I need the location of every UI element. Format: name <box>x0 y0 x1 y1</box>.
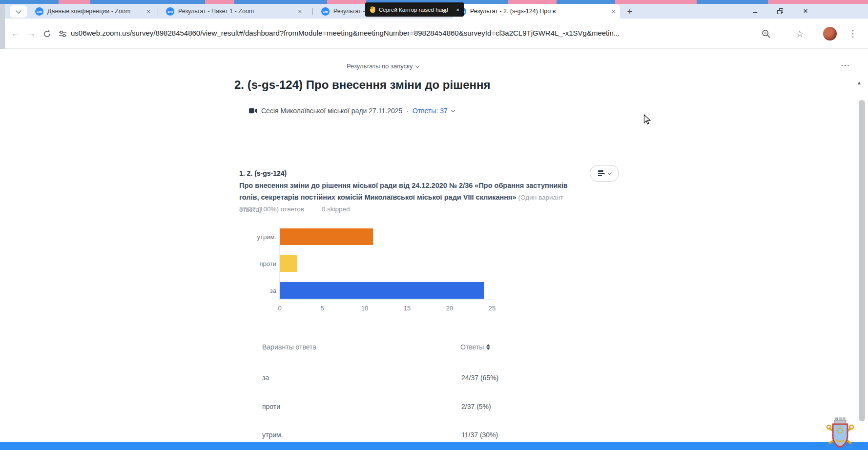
bar-category-label: за <box>234 287 276 294</box>
tab-separator <box>158 8 158 15</box>
chevron-down-icon[interactable] <box>451 108 455 112</box>
x-axis-line <box>280 299 493 300</box>
bottom-blue-bar <box>0 442 868 450</box>
magnifier-minus-icon <box>762 29 771 39</box>
x-tick-label: 15 <box>404 305 411 312</box>
zoom-favicon: zm <box>166 7 174 16</box>
option-value: 2/37 (5%) <box>461 403 491 410</box>
video-camera-icon <box>249 108 257 114</box>
results-by-run-dropdown[interactable]: Результаты по запуску <box>347 62 419 70</box>
x-tick-label: 0 <box>278 305 281 312</box>
zoom-out-page-icon[interactable] <box>758 25 774 42</box>
results-bar-chart: утрим. проти за 0510152025 <box>234 225 508 322</box>
results-by-run-label: Результаты по запуску <box>347 62 413 70</box>
table-row: утрим. 11/37 (30%) <box>262 431 536 439</box>
option-label: за <box>262 374 269 382</box>
separator-dot: · <box>406 107 409 115</box>
x-tick-label: 25 <box>489 305 496 312</box>
tab-title: Результат - Пакет 1 - Zoom <box>178 8 254 15</box>
bar <box>280 255 297 272</box>
meeting-name: Сесія Миколаївської міської ради 27.11.2… <box>261 107 402 115</box>
address-bar[interactable]: us06web.zoom.us/survey/89828454860/view_… <box>71 29 749 37</box>
tab-title: Результат - 2. (s-gs-124) Про в <box>470 8 556 15</box>
tab-separator <box>312 8 313 15</box>
zoom-favicon: zm <box>35 7 43 16</box>
site-settings-icon[interactable] <box>54 25 71 42</box>
tab-conference-data[interactable]: zm Данные конференции - Zoom × <box>30 4 155 19</box>
tab-search-button[interactable] <box>10 5 27 18</box>
close-icon[interactable]: × <box>442 8 446 15</box>
close-icon[interactable]: × <box>298 8 302 15</box>
tab-result-packet1[interactable]: zm Результат - Пакет 1 - Zoom × <box>161 4 307 19</box>
new-tab-button[interactable]: + <box>623 5 637 19</box>
page-more-options-icon[interactable]: ⋯ <box>841 60 850 71</box>
mykolaiv-coat-of-arms <box>825 417 855 450</box>
window-close-button[interactable]: × <box>798 4 813 19</box>
bar-row: за <box>234 282 508 299</box>
bar <box>280 228 373 245</box>
notification-text: Сергей Кантор raised hand <box>379 7 448 13</box>
back-button[interactable]: ← <box>7 25 24 42</box>
window-minimize-button[interactable]: – <box>748 4 763 19</box>
scrollbar-thumb[interactable] <box>859 100 865 421</box>
chart-type-dropdown-button[interactable] <box>590 165 619 182</box>
x-tick-label: 5 <box>320 305 324 312</box>
close-icon[interactable]: × <box>611 8 615 15</box>
reload-icon <box>43 30 51 38</box>
mouse-cursor <box>643 114 652 125</box>
question-number: 1. 2. (s-gs-124) <box>239 169 287 177</box>
option-label: проти <box>262 403 280 410</box>
answers-count-link[interactable]: Ответы: 37 <box>413 107 448 115</box>
scroll-up-icon[interactable]: ▲ <box>857 80 862 85</box>
screen: zm Данные конференции - Zoom × zm Резуль… <box>0 0 868 450</box>
bar-category-label: проти <box>234 260 276 267</box>
tab-title: Данные конференции - Zoom <box>47 8 130 15</box>
meeting-row: Сесія Миколаївської міської ради 27.11.2… <box>249 107 455 115</box>
table-row: проти 2/37 (5%) <box>262 403 536 410</box>
zoom-favicon: zm <box>321 7 330 16</box>
tab-result-sgs124-active[interactable]: zm Результат - 2. (s-gs-124) Про в × <box>453 4 620 19</box>
profile-avatar[interactable] <box>823 27 837 41</box>
x-tick-label: 10 <box>361 305 368 312</box>
bar-category-label: утрим. <box>234 233 276 241</box>
question-stats: 37/37 (100%) ответов 0 skipped <box>239 205 350 213</box>
bar-row: утрим. <box>234 228 508 245</box>
table-row: за 24/37 (65%) <box>262 374 536 382</box>
chevron-down-icon <box>607 171 611 175</box>
window-left-edge <box>0 4 5 49</box>
sort-icon <box>486 344 490 350</box>
bar-chart-icon <box>598 170 605 176</box>
skipped-count: 0 skipped <box>322 205 350 213</box>
window-restore-button[interactable] <box>773 4 787 19</box>
page-title: 2. (s-gs-124) Про внесення зміни до ріше… <box>234 78 491 92</box>
bar <box>280 282 484 299</box>
table-header-answers-label: Ответы <box>460 343 484 351</box>
reload-button[interactable] <box>39 25 55 42</box>
option-value: 24/37 (65%) <box>461 374 498 382</box>
table-header-answers-sort[interactable]: Ответы <box>460 343 490 351</box>
chevron-down-icon <box>16 8 21 13</box>
option-value: 11/37 (30%) <box>461 431 498 439</box>
answered-count: 37/37 (100%) ответов <box>239 205 304 213</box>
close-icon[interactable]: × <box>456 7 459 13</box>
table-header-options: Варианты ответа <box>262 343 316 351</box>
forward-button[interactable]: → <box>23 25 40 42</box>
zoom-raised-hand-notification[interactable]: Сергей Кантор raised hand × <box>365 2 464 17</box>
more-menu-icon[interactable]: ⋮ <box>845 25 861 42</box>
chevron-down-icon <box>415 63 419 67</box>
option-label: утрим. <box>262 431 283 439</box>
restore-icon <box>777 8 783 14</box>
x-tick-label: 20 <box>446 305 453 312</box>
tune-icon <box>59 30 67 38</box>
close-icon[interactable]: × <box>146 8 150 15</box>
bar-row: проти <box>234 255 508 272</box>
raised-hand-icon <box>370 6 376 13</box>
bookmark-star-icon[interactable]: ☆ <box>791 25 808 42</box>
